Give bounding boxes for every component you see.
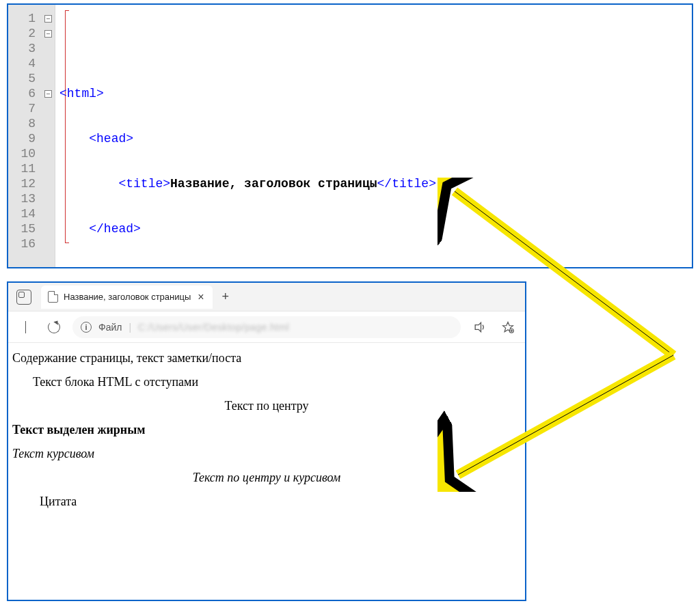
browser-viewport[interactable]: Содержание страницы, текст заметки/поста… (8, 343, 525, 523)
line-number: 9 (8, 131, 41, 146)
fold-toggle[interactable] (41, 15, 55, 23)
code-line: </head> (59, 221, 692, 236)
line-number: 11 (8, 161, 41, 176)
browser-tab[interactable]: Название, заголовок страницы × (41, 286, 213, 309)
arrow-left-icon (25, 321, 26, 333)
read-aloud-button[interactable] (469, 317, 489, 337)
rendered-paragraph-italic: Текст курсивом (12, 447, 521, 461)
fold-minus-icon (44, 30, 52, 38)
fold-toggle[interactable] (41, 90, 55, 98)
code-line (59, 266, 692, 267)
code-line: <title>Название, заголовок страницы</tit… (59, 176, 692, 191)
line-number: 16 (8, 236, 41, 251)
back-button[interactable] (15, 317, 36, 337)
fold-guide-bottom (65, 242, 69, 243)
fold-minus-icon (44, 90, 52, 98)
fold-guide-top (65, 10, 69, 11)
line-number: 3 (8, 41, 41, 56)
code-text-area[interactable]: <html> <head> <title>Название, заголовок… (55, 5, 692, 267)
info-icon[interactable]: i (81, 322, 92, 333)
address-bar[interactable]: i Файл | C:/Users/User/Desktop/page.html (72, 316, 461, 338)
code-editor[interactable]: 1 2 3 4 5 6 7 8 9 10 11 12 13 14 15 16 <… (8, 5, 692, 267)
fold-minus-icon (44, 15, 52, 23)
line-number: 15 (8, 221, 41, 236)
line-number-gutter: 1 2 3 4 5 6 7 8 9 10 11 12 13 14 15 16 (8, 5, 55, 267)
refresh-icon (48, 321, 60, 333)
address-path: C:/Users/User/Desktop/page.html (138, 322, 289, 333)
line-number: 5 (8, 71, 41, 86)
line-number: 10 (8, 146, 41, 161)
fold-toggle[interactable] (41, 30, 55, 38)
browser-toolbar: i Файл | C:/Users/User/Desktop/page.html (8, 311, 525, 343)
rendered-paragraph-bold: Текст выделен жирным (12, 423, 521, 437)
line-number: 8 (8, 116, 41, 131)
fold-guide-line (65, 10, 66, 242)
line-number: 2 (8, 26, 41, 41)
line-number: 6 (8, 86, 41, 101)
browser-panel: Название, заголовок страницы × + i Файл … (7, 281, 526, 601)
line-number: 13 (8, 191, 41, 206)
line-number: 14 (8, 206, 41, 221)
tab-title: Название, заголовок страницы (64, 292, 191, 302)
tab-strip: Название, заголовок страницы × + (8, 283, 525, 311)
code-editor-panel: 1 2 3 4 5 6 7 8 9 10 11 12 13 14 15 16 <… (7, 3, 693, 268)
rendered-paragraph-center-italic: Текст по центру и курсивом (12, 471, 521, 485)
rendered-paragraph-center: Текст по центру (12, 399, 521, 413)
rendered-paragraph-indent: Текст блока HTML с отступами (33, 375, 521, 389)
address-scheme-label: Файл (98, 322, 122, 333)
line-number: 1 (8, 11, 41, 26)
favorites-button[interactable] (498, 317, 518, 337)
rendered-paragraph: Содержание страницы, текст заметки/поста (12, 351, 521, 365)
refresh-button[interactable] (44, 317, 64, 337)
page-icon (48, 291, 58, 303)
code-line: <head> (59, 131, 692, 146)
star-icon (502, 321, 514, 333)
line-number: 12 (8, 176, 41, 191)
line-number: 7 (8, 101, 41, 116)
read-aloud-icon (472, 320, 486, 334)
rendered-blockquote: Цитата (40, 495, 521, 509)
line-number: 4 (8, 56, 41, 71)
close-tab-button[interactable]: × (196, 291, 205, 303)
code-line: <html> (59, 86, 692, 101)
new-tab-button[interactable]: + (215, 287, 236, 307)
tab-actions-icon[interactable] (16, 290, 31, 305)
